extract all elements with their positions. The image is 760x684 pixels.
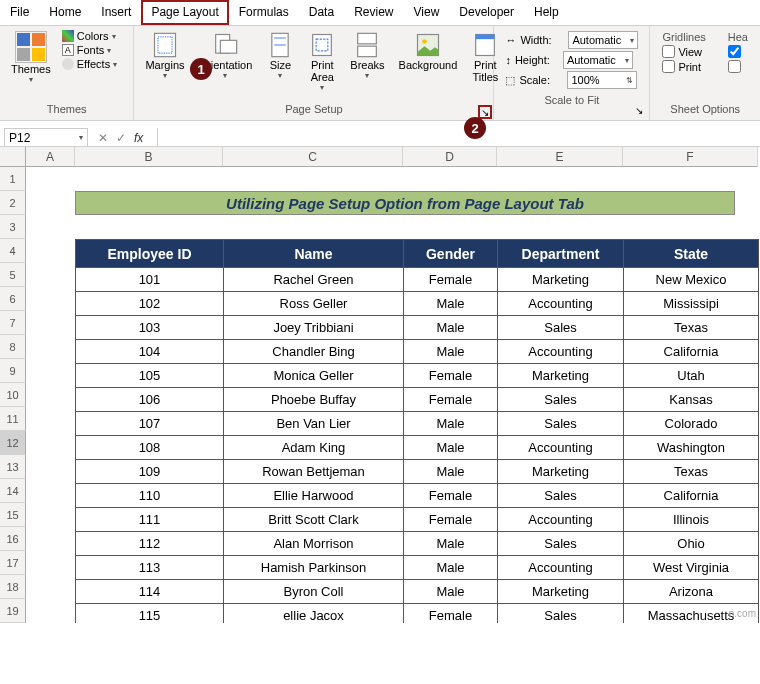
- size-button[interactable]: Size▾: [261, 28, 299, 83]
- row-header-7[interactable]: 7: [0, 311, 26, 335]
- table-cell[interactable]: 103: [76, 316, 224, 340]
- table-cell[interactable]: Illinois: [624, 508, 759, 532]
- table-cell[interactable]: Kansas: [624, 388, 759, 412]
- headings-print-checkbox[interactable]: [728, 60, 748, 73]
- table-cell[interactable]: Marketing: [498, 364, 624, 388]
- table-cell[interactable]: Accounting: [498, 340, 624, 364]
- table-cell[interactable]: Male: [404, 460, 498, 484]
- table-cell[interactable]: 104: [76, 340, 224, 364]
- table-cell[interactable]: 106: [76, 388, 224, 412]
- table-cell[interactable]: Adam King: [224, 436, 404, 460]
- table-cell[interactable]: 109: [76, 460, 224, 484]
- table-cell[interactable]: Texas: [624, 460, 759, 484]
- background-button[interactable]: Background: [394, 28, 463, 74]
- table-row[interactable]: 101Rachel GreenFemaleMarketingNew Mexico: [76, 268, 759, 292]
- table-cell[interactable]: Male: [404, 292, 498, 316]
- table-cell[interactable]: Rachel Green: [224, 268, 404, 292]
- table-cell[interactable]: Male: [404, 532, 498, 556]
- table-cell[interactable]: Sales: [498, 412, 624, 436]
- col-header-B[interactable]: B: [75, 147, 223, 167]
- table-cell[interactable]: 115: [76, 604, 224, 624]
- col-header-F[interactable]: F: [623, 147, 758, 167]
- table-cell[interactable]: 114: [76, 580, 224, 604]
- table-cell[interactable]: Ohio: [624, 532, 759, 556]
- cancel-icon[interactable]: ✕: [98, 131, 108, 145]
- row-header-15[interactable]: 15: [0, 503, 26, 527]
- table-row[interactable]: 114Byron CollMaleMarketingArizona: [76, 580, 759, 604]
- table-cell[interactable]: Texas: [624, 316, 759, 340]
- name-box[interactable]: P12▾: [4, 128, 88, 148]
- row-header-16[interactable]: 16: [0, 527, 26, 551]
- table-cell[interactable]: Marketing: [498, 268, 624, 292]
- grid-area[interactable]: Utilizing Page Setup Option from Page La…: [26, 167, 760, 623]
- table-row[interactable]: 109Rowan BettjemanMaleMarketingTexas: [76, 460, 759, 484]
- formula-bar[interactable]: [157, 128, 760, 148]
- effects-button[interactable]: Effects▾: [62, 58, 117, 70]
- row-header-10[interactable]: 10: [0, 383, 26, 407]
- table-cell[interactable]: Male: [404, 436, 498, 460]
- margins-button[interactable]: Margins▾: [140, 28, 189, 83]
- scale-spinner[interactable]: 100%⇅: [567, 71, 637, 89]
- colors-button[interactable]: Colors▾: [62, 30, 117, 42]
- table-cell[interactable]: Female: [404, 604, 498, 624]
- table-cell[interactable]: Male: [404, 316, 498, 340]
- width-select[interactable]: Automatic▾: [568, 31, 638, 49]
- table-row[interactable]: 115ellie JacoxFemaleSalesMassachusetts: [76, 604, 759, 624]
- table-row[interactable]: 110Ellie HarwoodFemaleSalesCalifornia: [76, 484, 759, 508]
- table-cell[interactable]: Utah: [624, 364, 759, 388]
- row-header-19[interactable]: 19: [0, 599, 26, 623]
- table-cell[interactable]: Alan Morrison: [224, 532, 404, 556]
- print-area-button[interactable]: Print Area▾: [303, 28, 341, 95]
- headings-view-checkbox[interactable]: [728, 45, 748, 58]
- table-cell[interactable]: Joey Tribbiani: [224, 316, 404, 340]
- table-cell[interactable]: California: [624, 340, 759, 364]
- col-header-A[interactable]: A: [26, 147, 75, 167]
- table-cell[interactable]: Washington: [624, 436, 759, 460]
- table-cell[interactable]: Phoebe Buffay: [224, 388, 404, 412]
- table-cell[interactable]: Sales: [498, 388, 624, 412]
- table-row[interactable]: 112Alan MorrisonMaleSalesOhio: [76, 532, 759, 556]
- table-cell[interactable]: 112: [76, 532, 224, 556]
- table-cell[interactable]: Male: [404, 580, 498, 604]
- menu-file[interactable]: File: [0, 0, 39, 25]
- menu-view[interactable]: View: [404, 0, 450, 25]
- table-row[interactable]: 104Chandler BingMaleAccountingCalifornia: [76, 340, 759, 364]
- table-row[interactable]: 108Adam KingMaleAccountingWashington: [76, 436, 759, 460]
- row-header-1[interactable]: 1: [0, 167, 26, 191]
- row-header-4[interactable]: 4: [0, 239, 26, 263]
- row-header-13[interactable]: 13: [0, 455, 26, 479]
- table-row[interactable]: 106Phoebe BuffayFemaleSalesKansas: [76, 388, 759, 412]
- table-row[interactable]: 111Britt Scott ClarkFemaleAccountingIlli…: [76, 508, 759, 532]
- menu-help[interactable]: Help: [524, 0, 569, 25]
- page-setup-launcher[interactable]: ↘: [478, 105, 492, 119]
- table-row[interactable]: 105Monica GellerFemaleMarketingUtah: [76, 364, 759, 388]
- table-cell[interactable]: Britt Scott Clark: [224, 508, 404, 532]
- table-cell[interactable]: Marketing: [498, 460, 624, 484]
- breaks-button[interactable]: Breaks▾: [345, 28, 389, 83]
- table-cell[interactable]: Accounting: [498, 508, 624, 532]
- themes-button[interactable]: Themes ▾: [6, 28, 56, 87]
- col-header-E[interactable]: E: [497, 147, 623, 167]
- menu-data[interactable]: Data: [299, 0, 344, 25]
- gridlines-print-checkbox[interactable]: Print: [662, 60, 705, 73]
- table-cell[interactable]: Ellie Harwood: [224, 484, 404, 508]
- table-cell[interactable]: 102: [76, 292, 224, 316]
- table-row[interactable]: 103Joey TribbianiMaleSalesTexas: [76, 316, 759, 340]
- menu-developer[interactable]: Developer: [449, 0, 524, 25]
- table-cell[interactable]: Monica Geller: [224, 364, 404, 388]
- scale-launcher[interactable]: ↘: [632, 103, 646, 117]
- table-cell[interactable]: Female: [404, 364, 498, 388]
- row-header-3[interactable]: 3: [0, 215, 26, 239]
- table-cell[interactable]: Sales: [498, 532, 624, 556]
- table-cell[interactable]: Rowan Bettjeman: [224, 460, 404, 484]
- table-cell[interactable]: Male: [404, 340, 498, 364]
- table-cell[interactable]: Male: [404, 556, 498, 580]
- enter-icon[interactable]: ✓: [116, 131, 126, 145]
- table-cell[interactable]: Accounting: [498, 556, 624, 580]
- row-header-14[interactable]: 14: [0, 479, 26, 503]
- row-header-5[interactable]: 5: [0, 263, 26, 287]
- table-cell[interactable]: Female: [404, 508, 498, 532]
- row-header-8[interactable]: 8: [0, 335, 26, 359]
- menu-review[interactable]: Review: [344, 0, 403, 25]
- table-cell[interactable]: 107: [76, 412, 224, 436]
